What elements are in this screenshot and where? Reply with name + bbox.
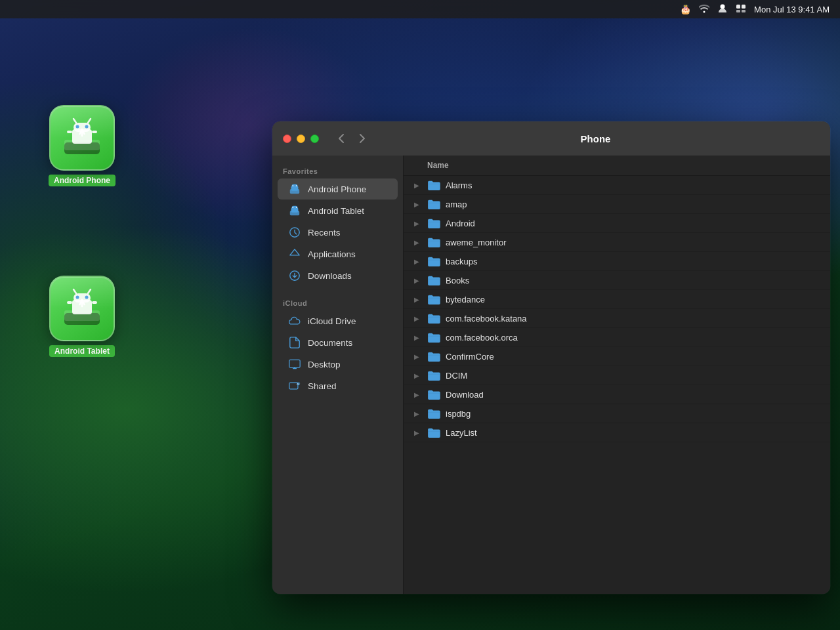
finder-window: Phone Favorites xyxy=(272,121,830,594)
sidebar-shared-label: Shared xyxy=(308,381,337,391)
android-phone-desktop-icon[interactable]: Android Phone xyxy=(43,105,121,186)
svg-point-21 xyxy=(85,296,89,299)
sidebar-desktop-label: Desktop xyxy=(308,360,341,369)
folder-icon xyxy=(427,370,440,381)
sidebar-android-phone-label: Android Phone xyxy=(308,184,366,194)
svg-point-20 xyxy=(76,296,79,299)
chevron-icon: ▶ xyxy=(414,334,422,341)
favorites-label: Favorites xyxy=(272,162,403,178)
sidebar-item-recents[interactable]: Recents xyxy=(278,222,398,243)
file-list: Name ▶ Alarms ▶ amap ▶ xyxy=(404,156,830,594)
table-row[interactable]: ▶ amap xyxy=(404,195,830,214)
maximize-button[interactable] xyxy=(310,135,319,143)
chevron-icon: ▶ xyxy=(414,315,422,322)
file-name: LazyList xyxy=(446,428,820,438)
nav-buttons xyxy=(332,129,371,148)
sidebar-item-desktop[interactable]: Desktop xyxy=(278,354,398,375)
folder-icon xyxy=(427,294,440,304)
sidebar-item-android-tablet[interactable]: Android Tablet xyxy=(278,200,398,221)
file-name: Alarms xyxy=(446,180,820,190)
table-row[interactable]: ▶ Download xyxy=(404,385,830,404)
sidebar-downloads-label: Downloads xyxy=(308,271,352,281)
minimize-button[interactable] xyxy=(297,135,305,143)
applications-icon xyxy=(288,247,301,261)
table-row[interactable]: ▶ aweme_monitor xyxy=(404,233,830,252)
sidebar-item-shared[interactable]: Shared xyxy=(278,375,398,396)
folder-icon xyxy=(427,218,440,228)
menubar: 🎂 xyxy=(0,0,840,18)
icloud-icon xyxy=(288,314,301,327)
sidebar-item-icloud-drive[interactable]: iCloud Drive xyxy=(278,310,398,331)
folder-icon xyxy=(427,199,440,209)
table-row[interactable]: ▶ ConfirmCore xyxy=(404,347,830,366)
chevron-icon: ▶ xyxy=(414,258,422,265)
sidebar-recents-label: Recents xyxy=(308,228,341,238)
table-row[interactable]: ▶ LazyList xyxy=(404,423,830,442)
sidebar-item-android-phone[interactable]: Android Phone xyxy=(278,178,398,200)
folder-icon xyxy=(427,237,440,247)
folder-icon xyxy=(427,180,440,190)
file-name: backups xyxy=(446,257,820,266)
svg-point-30 xyxy=(292,185,293,186)
android-tablet-icon-wrapper xyxy=(49,276,115,341)
svg-point-9 xyxy=(76,125,79,129)
file-name: com.facebook.katana xyxy=(446,314,820,324)
file-name: ispdbg xyxy=(446,409,820,419)
sidebar-icloud-drive-label: iCloud Drive xyxy=(308,316,356,326)
folder-icon xyxy=(427,408,440,419)
table-row[interactable]: ▶ Books xyxy=(404,271,830,290)
wifi-icon xyxy=(699,4,709,15)
android-phone-icon-wrapper xyxy=(49,105,115,171)
file-name: amap xyxy=(446,200,820,209)
chevron-icon: ▶ xyxy=(414,201,422,208)
android-phone-label: Android Phone xyxy=(49,175,116,186)
svg-rect-7 xyxy=(72,129,92,144)
sidebar-documents-label: Documents xyxy=(308,338,352,348)
sidebar-item-applications[interactable]: Applications xyxy=(278,243,398,264)
chevron-icon: ▶ xyxy=(414,410,422,417)
forward-button[interactable] xyxy=(353,129,371,148)
folder-icon xyxy=(427,427,440,438)
svg-rect-2 xyxy=(742,5,746,9)
finder-body: Favorites Android Phone xyxy=(272,156,830,594)
table-row[interactable]: ▶ com.facebook.orca xyxy=(404,328,830,347)
sidebar-item-downloads[interactable]: Downloads xyxy=(278,265,398,286)
table-row[interactable]: ▶ DCIM xyxy=(404,366,830,385)
close-button[interactable] xyxy=(283,135,291,143)
control-center-icon xyxy=(736,4,746,15)
android-tablet-desktop-icon[interactable]: Android Tablet xyxy=(43,276,121,357)
table-row[interactable]: ▶ Android xyxy=(404,214,830,233)
back-button[interactable] xyxy=(332,129,350,148)
svg-rect-19 xyxy=(74,293,91,303)
table-row[interactable]: ▶ bytedance xyxy=(404,290,830,309)
svg-rect-4 xyxy=(742,10,746,12)
chevron-icon: ▶ xyxy=(414,429,422,436)
user-icon xyxy=(717,3,728,16)
table-row[interactable]: ▶ com.facebook.katana xyxy=(404,309,830,328)
svg-point-36 xyxy=(296,207,297,208)
svg-rect-25 xyxy=(92,301,97,304)
file-rows-container: ▶ Alarms ▶ amap ▶ Android ▶ xyxy=(404,176,830,442)
folder-icon xyxy=(427,256,440,266)
svg-rect-18 xyxy=(72,300,92,314)
svg-line-23 xyxy=(88,289,91,293)
menubar-time: Mon Jul 13 9:41 AM xyxy=(754,5,830,14)
table-row[interactable]: ▶ Alarms xyxy=(404,176,830,195)
folder-icon xyxy=(427,351,440,362)
icloud-label: iCloud xyxy=(272,294,403,310)
android-phone-icon-svg xyxy=(59,115,105,161)
svg-line-22 xyxy=(74,289,76,293)
sidebar-item-documents[interactable]: Documents xyxy=(278,332,398,353)
menubar-right: 🎂 xyxy=(680,3,830,16)
svg-point-0 xyxy=(721,4,725,9)
svg-rect-3 xyxy=(736,10,740,12)
file-name: Download xyxy=(446,390,820,400)
android-tablet-sidebar-icon xyxy=(288,204,301,217)
svg-point-10 xyxy=(85,125,89,129)
chevron-icon: ▶ xyxy=(414,220,422,227)
svg-point-31 xyxy=(296,185,297,186)
chevron-icon: ▶ xyxy=(414,391,422,398)
table-row[interactable]: ▶ backups xyxy=(404,252,830,271)
table-row[interactable]: ▶ ispdbg xyxy=(404,404,830,423)
folder-icon xyxy=(427,332,440,343)
